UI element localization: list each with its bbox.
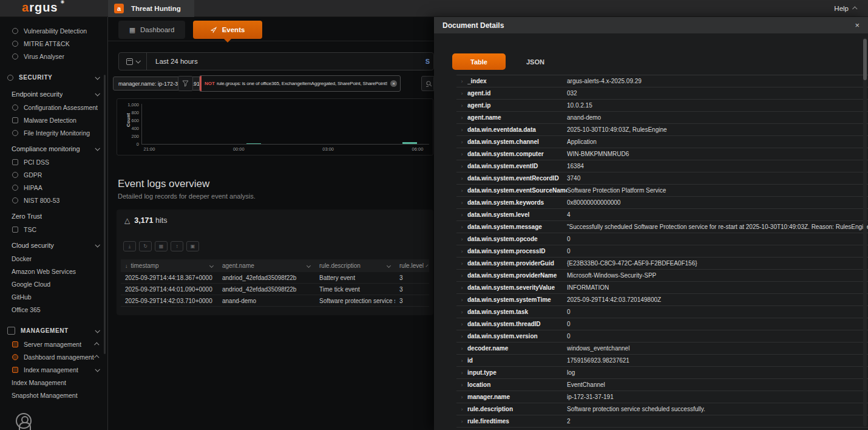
column-header-agent-name[interactable]: agent.name: [218, 262, 315, 269]
expand-field-icon[interactable]: ›: [456, 333, 467, 340]
sidebar-scrollbar[interactable]: [104, 75, 106, 354]
cell-timestamp: 2025-09-29T14:42:03.710+0000: [121, 298, 218, 304]
sidebar-item-dashboard-management[interactable]: Dashboard management: [0, 350, 107, 363]
sidebar-item-office-365[interactable]: Office 365: [0, 303, 107, 316]
column-header-rule-level[interactable]: rule.level: [395, 262, 426, 269]
expand-field-icon[interactable]: ›: [456, 176, 467, 182]
sidebar-item-file-integrity-monitoring[interactable]: File Integrity Monitoring: [0, 126, 107, 139]
sidebar-item-index-management[interactable]: Index Management: [0, 376, 107, 389]
sidebar-item-endpoint-security[interactable]: Endpoint security: [0, 87, 107, 101]
table-row[interactable]: 2025-09-29T14:44:01.090+0000andriod_42ef…: [121, 284, 429, 295]
expand-field-icon[interactable]: ›: [456, 103, 467, 109]
time-range-picker[interactable]: Last 24 hours S: [118, 52, 434, 70]
user-avatar-icon[interactable]: [16, 413, 32, 429]
expand-field-icon[interactable]: ›: [456, 309, 467, 315]
sidebar-item-snapshot-management[interactable]: Snapshot Management: [0, 389, 107, 401]
expand-field-icon[interactable]: ›: [456, 382, 467, 388]
expand-field-icon[interactable]: ›: [456, 297, 467, 303]
field-key: data.win.system.task: [467, 309, 567, 315]
sidebar-item-cloud-security[interactable]: Cloud security: [0, 239, 107, 252]
sidebar-item-hipaa[interactable]: HIPAA: [0, 181, 107, 194]
expand-field-icon[interactable]: ›: [456, 90, 467, 97]
x-tick-label: 21:00: [137, 146, 161, 152]
fullscreen-button[interactable]: ▣: [186, 241, 199, 251]
histogram-bar[interactable]: [402, 142, 417, 144]
histogram-bar[interactable]: [246, 143, 261, 144]
expand-field-icon[interactable]: ›: [456, 273, 467, 279]
expand-field-icon[interactable]: ›: [456, 285, 467, 291]
refresh-button[interactable]: ↻: [139, 241, 152, 251]
expand-field-icon[interactable]: ›: [456, 139, 467, 145]
expand-field-icon[interactable]: ›: [456, 394, 467, 400]
negated-filter-chip[interactable]: NOT rule.groups: is one of office365, Ex…: [199, 75, 401, 92]
expand-field-icon[interactable]: ›: [456, 358, 467, 364]
sidebar-item-server-management[interactable]: Server management: [0, 338, 107, 350]
expand-field-icon[interactable]: ›: [456, 151, 467, 157]
expand-field-icon[interactable]: ›: [456, 188, 467, 194]
sidebar-item-tsc[interactable]: TSC: [0, 223, 107, 236]
search-button[interactable]: S: [426, 58, 430, 65]
sidebar-item-zero-trust[interactable]: Zero Trust: [0, 210, 107, 223]
sidebar-item-vulnerability-detection[interactable]: Vulnerability Detection: [0, 24, 107, 37]
calendar-dropdown[interactable]: [119, 53, 147, 70]
expand-field-icon[interactable]: ›: [456, 200, 467, 206]
sidebar-item-pci-dss[interactable]: PCI DSS: [0, 155, 107, 168]
expand-field-icon[interactable]: ›: [456, 115, 467, 121]
expand-field-icon[interactable]: ›: [456, 127, 467, 133]
sidebar-item-nist-800-53[interactable]: NIST 800-53: [0, 194, 107, 206]
field-value: argus-alerts-4.x-2025.09.29: [567, 78, 868, 84]
sort-button[interactable]: ↕: [171, 241, 183, 251]
sidebar-item-github[interactable]: GitHub: [0, 290, 107, 303]
close-icon[interactable]: ×: [855, 21, 860, 30]
sidebar-item-virus-analyser[interactable]: Virus Analyser: [0, 50, 107, 63]
expand-field-icon[interactable]: ›: [456, 212, 467, 218]
sidebar-item-management[interactable]: MANAGEMENT: [0, 324, 107, 338]
sidebar-item-mitre-att-ck[interactable]: MITRE ATT&CK: [0, 37, 107, 50]
column-header-timestamp[interactable]: ↓timestamp: [121, 262, 218, 269]
expand-field-icon[interactable]: ›: [456, 78, 467, 84]
tab-dashboard[interactable]: ▦ Dashboard: [118, 21, 185, 39]
columns-button[interactable]: ▦: [155, 241, 168, 251]
help-menu[interactable]: Help: [834, 0, 857, 17]
y-tick-label: 1,000: [118, 102, 139, 108]
sidebar-item-index-management[interactable]: Index management: [0, 363, 107, 376]
expand-field-icon[interactable]: ›: [456, 236, 467, 242]
sidebar-item-google-cloud[interactable]: Google Cloud: [0, 278, 107, 290]
expand-field-icon[interactable]: ›: [456, 224, 467, 230]
remove-filter-icon[interactable]: ×: [390, 80, 397, 87]
expand-field-icon[interactable]: ›: [456, 261, 467, 267]
panel-scrollbar-track[interactable]: [863, 38, 867, 426]
expand-field-icon[interactable]: ›: [456, 406, 467, 412]
expand-field-icon[interactable]: ›: [456, 370, 467, 376]
tab-events[interactable]: Events: [193, 21, 262, 39]
expand-field-icon[interactable]: ›: [456, 248, 467, 254]
expand-field-icon[interactable]: ›: [456, 346, 467, 352]
column-header-rule-description[interactable]: rule.description: [315, 262, 395, 269]
expand-field-icon[interactable]: ›: [456, 321, 467, 327]
detail-row: ›data.win.system.channelApplication: [456, 136, 868, 148]
expand-field-icon[interactable]: ›: [456, 418, 467, 425]
cell-timestamp: 2025-09-29T14:44:01.090+0000: [121, 286, 218, 293]
table-row[interactable]: 2025-09-29T14:44:18.367+0000andriod_42ef…: [121, 272, 429, 284]
table-row[interactable]: 2025-09-29T14:42:03.710+0000anand-demoSo…: [121, 295, 429, 307]
tab-threat-hunting[interactable]: a Threat Hunting: [108, 0, 194, 17]
expand-field-icon[interactable]: ›: [456, 163, 467, 169]
log-toolbar: ⤓↻▦↕▣: [123, 241, 199, 251]
sidebar-item-docker[interactable]: Docker: [0, 252, 107, 265]
cell-rule-description: Battery event: [315, 275, 395, 281]
tab-json[interactable]: JSON: [526, 58, 544, 66]
tab-table[interactable]: Table: [452, 53, 506, 70]
field-value: 0: [567, 309, 868, 315]
sidebar-item-configuration-assessment[interactable]: Configuration Assessment: [0, 101, 107, 114]
panel-scrollbar-thumb[interactable]: [863, 39, 867, 80]
sidebar-item-malware-detection[interactable]: Malware Detection: [0, 114, 107, 126]
field-key: id: [467, 357, 567, 364]
events-histogram[interactable]: Count 02004006008001,00021:0000:0003:000…: [117, 98, 433, 155]
add-filter-button[interactable]: [178, 76, 193, 91]
sidebar-item-amazon-web-services[interactable]: Amazon Web Services: [0, 265, 107, 278]
export-button[interactable]: ⤓: [123, 241, 136, 251]
sidebar-item-security[interactable]: SECURITY: [0, 70, 107, 84]
sidebar-item-compliance-monitoring[interactable]: Compliance monitoring: [0, 142, 107, 155]
argus-logo[interactable]: argus✳: [22, 1, 58, 15]
sidebar-item-gdpr[interactable]: GDPR: [0, 168, 107, 181]
